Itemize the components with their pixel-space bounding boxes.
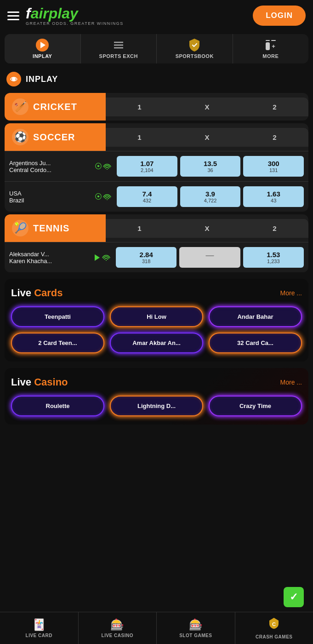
live-cards-title: Live Cards [11,287,63,299]
soccer-match2-team2: Brazil [9,197,92,204]
crash-games-nav-icon: C [267,617,280,632]
cricket-header[interactable]: 🏏 CRICKET [5,93,106,121]
bottom-nav-live-casino[interactable]: 🎰 LIVE CASINO [79,612,157,644]
live-casino-crazytime[interactable]: Crazy Time [209,396,302,416]
soccer-match1-odds2[interactable]: 300 131 [243,156,304,177]
live-card-32card[interactable]: 32 Card Ca... [209,333,302,353]
inplay-section-header: INPLAY [0,66,313,90]
bottom-nav-crash-games[interactable]: C CRASH GAMES [235,612,313,644]
soccer-match2-oddsX[interactable]: 3.9 4,722 [180,186,241,207]
cricket-colX: X [173,103,241,111]
live-cards-grid: Teenpatti Hi Low Andar Bahar 2 Card Teen… [11,306,302,353]
soccer-card: ⚽ SOCCER 1 X 2 Argentinos Ju... Central … [5,123,308,212]
tennis-header[interactable]: 🎾 TENNIS [5,214,106,242]
tennis-colX: X [173,224,241,232]
tennis-match1-odds2[interactable]: 1.53 1,233 [243,247,304,268]
login-button[interactable]: LOGIN [253,6,306,26]
tennis-col1: 1 [106,224,173,232]
live-cards-more[interactable]: More ... [280,289,302,297]
live-card-andarbahar[interactable]: Andar Bahar [209,306,302,327]
svg-point-4 [107,169,108,170]
tab-sportsbook[interactable]: SPORTSBOOK [157,34,233,63]
tab-more[interactable]: + MORE [233,34,309,63]
cricket-icon: 🏏 [12,98,28,115]
soccer-col1: 1 [106,133,173,141]
tennis-play-btn[interactable] [95,254,100,261]
hamburger-menu[interactable] [7,12,19,20]
live-casino-section: Live Casino More ... Roulette Lightning … [5,368,308,425]
svg-point-6 [106,260,107,261]
soccer-match1-team1: Argentinos Ju... [9,160,92,167]
svg-point-3 [12,77,16,81]
live-card-teenpatti[interactable]: Teenpatti [11,306,104,327]
soccer-header[interactable]: ⚽ SOCCER [5,123,106,151]
live-card-amarakbar[interactable]: Amar Akbar An... [110,333,203,353]
tennis-icon: 🎾 [12,220,28,236]
inplay-title: INPLAY [26,75,58,84]
svg-point-5 [107,199,108,200]
sports-exch-icon [112,39,125,52]
cricket-col2: 2 [241,103,308,111]
bottom-nav-slot-games[interactable]: 🎰 SLOT GAMES [157,612,235,644]
bottom-nav-slot-games-label: SLOT GAMES [179,633,212,638]
nav-tabs: INPLAY SPORTS EXCH SPORTSBOOK [5,34,308,63]
tennis-match1-team2: Karen Khacha... [9,258,92,264]
live-casino-more[interactable]: More ... [280,379,302,386]
svg-text:C: C [272,621,276,627]
tennis-match1-odds1[interactable]: 2.84 318 [116,247,176,268]
float-check-button[interactable]: ✓ [284,587,304,607]
tab-sports-exch-label: SPORTS EXCH [99,53,138,59]
tab-more-label: MORE [262,53,279,59]
cricket-card: 🏏 CRICKET 1 X 2 [5,93,308,121]
tab-sportsbook-label: SPORTSBOOK [176,53,214,59]
tab-sports-exch[interactable]: SPORTS EXCH [81,34,157,63]
soccer-colX: X [173,133,241,141]
live-casino-lightning[interactable]: Lightning D... [110,396,203,416]
live-indicator [6,72,21,86]
tennis-match1-controls [95,254,110,261]
live-card-2cardteen[interactable]: 2 Card Teen... [11,333,104,353]
soccer-match1-live: ⦿ [95,162,111,171]
soccer-match1-oddsX[interactable]: 13.5 36 [180,156,241,177]
live-cards-section: Live Cards More ... Teenpatti Hi Low And… [5,279,308,362]
live-casino-nav-icon: 🎰 [110,618,124,631]
inplay-icon [36,39,49,52]
bottom-nav-live-casino-label: LIVE CASINO [102,633,133,638]
logo-f: f [26,5,31,22]
tennis-match1-team1: Aleksandar V... [9,251,92,258]
tennis-match1-oddsX: — [179,247,240,268]
live-casino-title: Live Casino [11,376,68,388]
soccer-col2: 2 [241,133,308,141]
cricket-col1: 1 [106,103,173,111]
checkmark-icon: ✓ [290,591,298,603]
live-card-nav-icon: 🃏 [32,618,46,631]
soccer-match-1: Argentinos Ju... Central Cordo... ⦿ 1.07… [5,151,308,181]
tennis-col2: 2 [241,224,308,232]
tennis-card: 🎾 TENNIS 1 X 2 Aleksandar V... Karen Kha… [5,214,308,272]
sportsbook-icon [188,39,201,52]
bottom-nav: 🃏 LIVE CARD 🎰 LIVE CASINO 🎰 SLOT GAMES C… [0,612,313,644]
soccer-match2-odds2[interactable]: 1.63 43 [243,186,304,207]
logo: fairplay GREATER ODDS. GREATER WINNINGS [26,6,124,26]
tab-inplay-label: INPLAY [33,53,52,59]
header: fairplay GREATER ODDS. GREATER WINNINGS … [0,0,313,31]
tennis-name: TENNIS [33,223,69,234]
live-card-hilow[interactable]: Hi Low [110,306,203,327]
bottom-nav-crash-games-label: CRASH GAMES [256,634,293,639]
bottom-nav-live-card[interactable]: 🃏 LIVE CARD [0,612,79,644]
soccer-match2-team1: USA [9,190,92,197]
more-icon: + [264,39,277,52]
live-casino-grid: Roulette Lightning D... Crazy Time [11,396,302,416]
live-casino-roulette[interactable]: Roulette [11,396,104,416]
soccer-icon: ⚽ [12,129,28,145]
soccer-match-2: USA Brazil ⦿ 7.4 432 3.9 4, [5,181,308,212]
soccer-match1-odds1[interactable]: 1.07 2,104 [117,156,177,177]
logo-tagline: GREATER ODDS. GREATER WINNINGS [26,22,124,26]
soccer-match2-odds1[interactable]: 7.4 432 [117,186,177,207]
tennis-match-1: Aleksandar V... Karen Khacha... 2.84 318 [5,242,308,272]
soccer-match2-live: ⦿ [95,193,111,201]
logo-airplay: airplay [31,5,78,22]
slot-games-nav-icon: 🎰 [189,618,203,631]
tab-inplay[interactable]: INPLAY [5,34,81,63]
soccer-match1-team2: Central Cordo... [9,167,92,173]
